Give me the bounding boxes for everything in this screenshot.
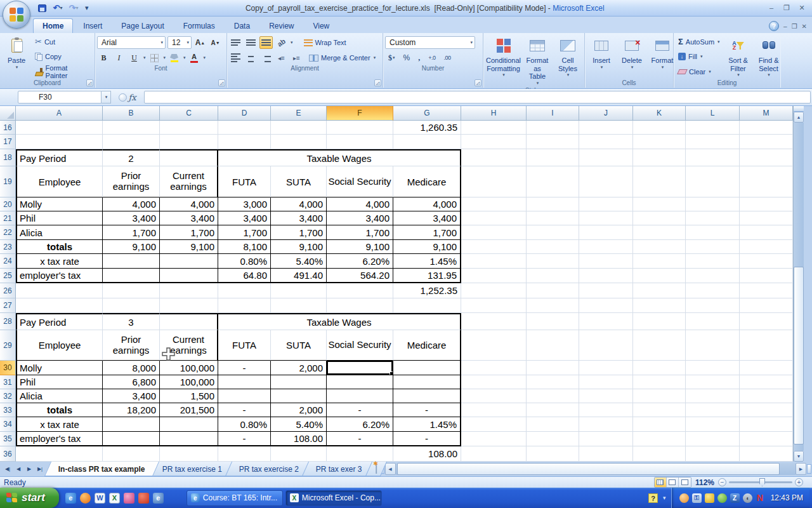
cell-F17[interactable] <box>327 135 393 149</box>
insert-function-button[interactable] <box>119 93 127 102</box>
cell-B18[interactable]: 2 <box>103 149 160 166</box>
cell-K20[interactable] <box>633 197 686 211</box>
format-painter-button[interactable]: Format Painter <box>32 65 93 77</box>
cell-F32[interactable] <box>327 389 393 403</box>
cell-L35[interactable] <box>686 432 740 446</box>
cell-E24[interactable]: 5.40% <box>271 254 327 269</box>
cell-G31[interactable] <box>393 375 461 389</box>
cell-B33[interactable]: 18,200 <box>103 403 160 417</box>
cell-H22[interactable] <box>461 225 527 240</box>
row-header-29[interactable]: 29 <box>0 330 16 361</box>
row-header-16[interactable]: 16 <box>0 121 16 135</box>
cell-J23[interactable] <box>579 240 633 254</box>
row-header-25[interactable]: 25 <box>0 269 16 283</box>
cell-H26[interactable] <box>461 283 527 298</box>
cell-A26[interactable] <box>16 283 103 298</box>
restore-button[interactable]: ❐ <box>782 4 792 12</box>
cell-M24[interactable] <box>740 254 793 269</box>
cell-D35[interactable]: - <box>218 432 271 446</box>
cell-M20[interactable] <box>740 197 793 211</box>
cell-B20[interactable]: 4,000 <box>103 197 160 211</box>
cell-L22[interactable] <box>686 225 740 240</box>
firefox-icon[interactable] <box>80 493 91 504</box>
name-box[interactable]: F30 <box>18 91 102 104</box>
cell-B32[interactable]: 3,400 <box>103 389 160 403</box>
cell-L24[interactable] <box>686 254 740 269</box>
row-header-32[interactable]: 32 <box>0 389 16 403</box>
cell-I16[interactable] <box>527 121 579 135</box>
column-header-A[interactable]: A <box>16 106 103 121</box>
cell-E30[interactable]: 2,000 <box>271 361 327 375</box>
cell-M36[interactable] <box>740 446 793 462</box>
cell-L25[interactable] <box>686 269 740 283</box>
increase-decimal-button[interactable]: +.0 <box>425 51 438 64</box>
cell-F26[interactable] <box>327 283 393 298</box>
cell-G34[interactable]: 1.45% <box>393 417 461 432</box>
tab-page-layout[interactable]: Page Layout <box>112 19 173 33</box>
italic-button[interactable]: I <box>112 51 126 64</box>
cell-I25[interactable] <box>527 269 579 283</box>
cell-J36[interactable] <box>579 446 633 462</box>
cell-K28[interactable] <box>633 313 686 330</box>
cell-I35[interactable] <box>527 432 579 446</box>
fill-color-button[interactable] <box>167 51 181 64</box>
number-format-combo[interactable]: Custom▾ <box>385 36 475 49</box>
sheet-tab-pr-tax-exer-3[interactable]: PR tax exer 3 <box>302 462 376 476</box>
row-header-22[interactable]: 22 <box>0 225 16 240</box>
cell-I24[interactable] <box>527 254 579 269</box>
cell-K19[interactable] <box>633 166 686 197</box>
cell-G35[interactable]: - <box>393 432 461 446</box>
page-break-view-button[interactable] <box>679 478 691 487</box>
cell-D22[interactable]: 1,700 <box>218 225 271 240</box>
cell-B30[interactable]: 8,000 <box>103 361 160 375</box>
last-sheet-icon[interactable]: ▶| <box>35 464 45 474</box>
cell-H33[interactable] <box>461 403 527 417</box>
column-header-C[interactable]: C <box>160 106 218 121</box>
powerpoint-icon[interactable] <box>138 493 149 504</box>
cell-M19[interactable] <box>740 166 793 197</box>
cell-J26[interactable] <box>579 283 633 298</box>
sheet-tab-pr-tax-exercise-1[interactable]: PR tax exercise 1 <box>148 462 236 476</box>
cell-I36[interactable] <box>527 446 579 462</box>
cell-C25[interactable] <box>160 269 218 283</box>
row-header-27[interactable]: 27 <box>0 298 16 313</box>
cell-H31[interactable] <box>461 375 527 389</box>
cell-E22[interactable]: 1,700 <box>271 225 327 240</box>
cell-F19[interactable]: Social Security <box>327 166 393 197</box>
formula-input[interactable] <box>144 91 811 104</box>
insert-cells-button[interactable]: Insert▾ <box>587 34 616 79</box>
cell-D24[interactable]: 0.80% <box>218 254 271 269</box>
cell-K22[interactable] <box>633 225 686 240</box>
clear-button[interactable]: Clear▾ <box>676 65 723 77</box>
cell-D30[interactable]: - <box>218 361 271 375</box>
cell-G25[interactable]: 131.95 <box>393 269 461 283</box>
decrease-decimal-button[interactable]: .00 <box>440 51 454 64</box>
column-header-H[interactable]: H <box>461 106 527 121</box>
cell-C23[interactable]: 9,100 <box>160 240 218 254</box>
cell-C34[interactable] <box>160 417 218 432</box>
cell-M25[interactable] <box>740 269 793 283</box>
row-header-36[interactable]: 36 <box>0 446 16 462</box>
fill-button[interactable]: ↓Fill▾ <box>676 51 723 63</box>
cell-L27[interactable] <box>686 298 740 313</box>
task-microsoft-excel[interactable]: X Microsoft Excel - Cop... <box>285 490 382 506</box>
redo-button[interactable]: ↷▾ <box>67 3 80 14</box>
cell-A22[interactable]: Alicia <box>16 225 103 240</box>
cell-J32[interactable] <box>579 389 633 403</box>
row-header-19[interactable]: 19 <box>0 166 16 197</box>
cell-C22[interactable]: 1,700 <box>160 225 218 240</box>
cell-H30[interactable] <box>461 361 527 375</box>
cell-I27[interactable] <box>527 298 579 313</box>
cell-M27[interactable] <box>740 298 793 313</box>
cell-M23[interactable] <box>740 240 793 254</box>
font-name-combo[interactable]: Arial▾ <box>97 36 166 49</box>
save-button[interactable] <box>36 3 48 14</box>
cell-G32[interactable] <box>393 389 461 403</box>
cell-J19[interactable] <box>579 166 633 197</box>
cell-M18[interactable] <box>740 149 793 166</box>
zoom-out-icon[interactable]: − <box>718 478 726 486</box>
column-header-J[interactable]: J <box>579 106 633 121</box>
align-center-button[interactable] <box>244 51 258 64</box>
cell-D31[interactable] <box>218 375 271 389</box>
cell-K25[interactable] <box>633 269 686 283</box>
